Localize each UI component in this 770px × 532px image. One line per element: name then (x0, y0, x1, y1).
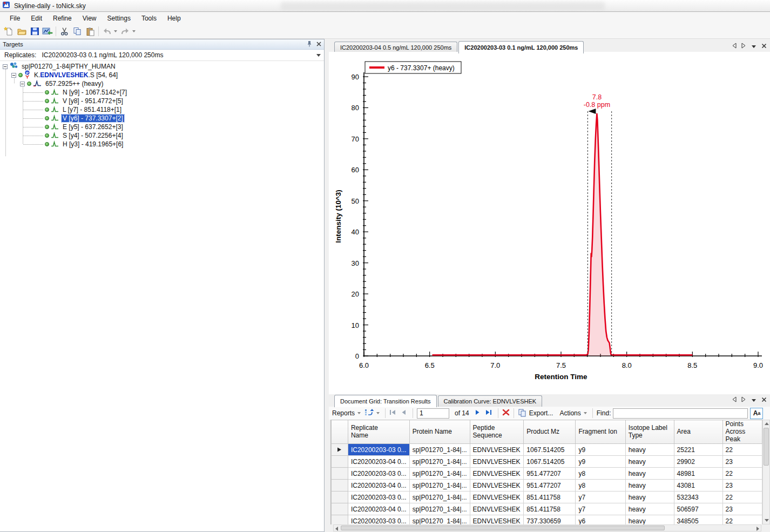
tab-list-dropdown-icon[interactable] (751, 43, 757, 50)
transition-label[interactable]: S [y4] - 507.2256+[4] (62, 132, 124, 139)
protein-label[interactable]: sp|P01270_1-84|PTHY_HUMAN (21, 63, 117, 70)
precursor-label[interactable]: 657.2925++ (heavy) (44, 80, 104, 87)
table-cell[interactable]: IC20200203-04 0... (348, 456, 409, 468)
replicates-combobox[interactable]: Replicates: IC20200203-03 0.1 ng/mL 120,… (0, 50, 324, 61)
tree-node-transition[interactable]: V [y6] - 737.3307+[2] (0, 114, 324, 123)
tree-node-transition[interactable]: L [y7] - 851.4118+[1] (0, 105, 324, 114)
table-cell[interactable]: sp|P01270_1-84|... (409, 515, 470, 524)
tree-node-transition[interactable]: S [y4] - 507.2256+[4] (0, 131, 324, 140)
next-page-button[interactable] (475, 409, 481, 417)
row-header-cell[interactable] (332, 468, 348, 480)
scroll-tabs-left-icon[interactable] (732, 396, 737, 404)
pivot-icon[interactable] (364, 408, 374, 418)
table-cell[interactable]: heavy (625, 480, 674, 491)
undo-icon[interactable] (100, 25, 113, 37)
table-cell[interactable]: IC20200203-03 0... (348, 444, 409, 456)
save-file-icon[interactable] (28, 25, 41, 37)
table-cell[interactable]: 348505 (674, 515, 722, 524)
table-cell[interactable]: 22 (722, 515, 762, 524)
import-results-icon[interactable] (41, 25, 54, 37)
collapse-icon[interactable] (11, 73, 16, 78)
table-cell[interactable]: 29902 (674, 456, 722, 468)
column-header[interactable]: Isotope Label Type (625, 420, 674, 444)
chevron-down-icon[interactable] (357, 412, 361, 414)
table-row[interactable]: IC20200203-04 0...sp|P01270_1-84|...EDNV… (332, 480, 762, 491)
table-cell[interactable]: 506597 (674, 503, 722, 515)
table-cell[interactable]: IC20200203-04 0... (348, 503, 409, 515)
table-cell[interactable]: heavy (625, 444, 674, 456)
table-cell[interactable]: heavy (625, 468, 674, 480)
tree-node-transition[interactable]: H [y3] - 419.1965+[6] (0, 140, 324, 149)
table-cell[interactable]: EDNVLVESHEK (470, 515, 524, 524)
scroll-up-icon[interactable] (765, 422, 769, 425)
table-cell[interactable]: y8 (576, 480, 625, 491)
table-cell[interactable]: EDNVLVESHEK (470, 456, 524, 468)
table-cell[interactable]: 22 (722, 491, 762, 503)
table-cell[interactable]: IC20200203-03 0... (348, 491, 409, 503)
transition-label[interactable]: H [y3] - 419.1965+[6] (62, 140, 124, 148)
page-number-input[interactable] (417, 408, 449, 419)
close-icon[interactable] (761, 43, 767, 50)
table-cell[interactable]: 25221 (674, 444, 722, 456)
column-header[interactable]: Protein Name (409, 420, 470, 444)
last-page-button[interactable] (485, 409, 492, 417)
table-row[interactable]: IC20200203-04 0...sp|P01270_1-84|...EDNV… (332, 503, 762, 515)
close-icon[interactable] (316, 41, 321, 48)
transition-label[interactable]: V [y8] - 951.4772+[5] (62, 97, 124, 105)
table-cell[interactable]: 22 (722, 444, 762, 456)
find-input[interactable] (613, 408, 748, 419)
copy-grid-icon[interactable] (518, 408, 527, 419)
actions-dropdown[interactable]: Actions (559, 409, 580, 417)
peptide-label[interactable]: K.EDNVLVESHEK.S [54, 64] (33, 71, 119, 79)
table-row[interactable]: IC20200203-03 0...sp|P01270_1-84|...EDNV… (332, 491, 762, 503)
table-cell[interactable]: 851.411758 (524, 491, 576, 503)
table-cell[interactable]: heavy (625, 503, 674, 515)
font-size-button[interactable]: Aa (750, 408, 763, 419)
column-header[interactable]: Fragment Ion (576, 420, 625, 444)
chromatogram-tab-1[interactable]: IC20200203-03 0.1 ng/mL 120,000 250ms (458, 41, 584, 53)
table-cell[interactable]: y9 (576, 456, 625, 468)
table-cell[interactable]: sp|P01270_1-84|... (409, 444, 470, 456)
table-cell[interactable]: IC20200203-03 0... (348, 515, 409, 524)
column-header[interactable]: Replicate Name (348, 420, 409, 444)
chevron-down-icon[interactable] (132, 30, 136, 32)
table-cell[interactable]: heavy (625, 515, 674, 524)
previous-page-button[interactable] (401, 409, 407, 417)
tab-list-dropdown-icon[interactable] (751, 396, 757, 404)
menu-item-settings[interactable]: Settings (102, 13, 136, 24)
row-header-cell[interactable] (332, 480, 348, 491)
menu-item-refine[interactable]: Refine (48, 13, 77, 24)
table-cell[interactable]: sp|P01270_1-84|... (409, 491, 470, 503)
reports-dropdown[interactable]: Reports (332, 409, 355, 417)
table-cell[interactable]: 532343 (674, 491, 722, 503)
table-cell[interactable]: y7 (576, 491, 625, 503)
scroll-right-icon[interactable] (757, 527, 759, 531)
table-cell[interactable]: 23 (722, 480, 762, 491)
row-header-cell[interactable] (332, 515, 348, 524)
table-cell[interactable]: 1067.514205 (524, 444, 576, 456)
column-header[interactable]: Product Mz (524, 420, 576, 444)
table-cell[interactable]: y8 (576, 468, 625, 480)
grid-tab-0[interactable]: Document Grid: Transition Results (334, 395, 437, 407)
menu-item-tools[interactable]: Tools (136, 13, 162, 24)
table-cell[interactable]: 737.330659 (524, 515, 576, 524)
collapse-icon[interactable] (20, 82, 25, 86)
cut-icon[interactable] (58, 25, 71, 37)
table-cell[interactable]: sp|P01270_1-84|... (409, 503, 470, 515)
table-cell[interactable]: heavy (625, 491, 674, 503)
menu-item-view[interactable]: View (77, 13, 102, 24)
table-cell[interactable]: EDNVLVESHEK (470, 503, 524, 515)
chromatogram-tab-0[interactable]: IC20200203-04 0.5 ng/mL 120,000 250ms (334, 42, 457, 53)
chevron-down-icon[interactable] (114, 30, 117, 32)
transition-label[interactable]: N [y9] - 1067.5142+[7] (62, 89, 128, 96)
menu-item-edit[interactable]: Edit (25, 13, 48, 24)
table-cell[interactable]: sp|P01270_1-84|... (409, 480, 470, 491)
table-cell[interactable]: 22 (722, 468, 762, 480)
tree-node-precursor[interactable]: 657.2925++ (heavy) (0, 79, 324, 88)
table-cell[interactable]: EDNVLVESHEK (470, 480, 524, 491)
table-cell[interactable]: sp|P01270_1-84|... (409, 456, 470, 468)
table-cell[interactable]: 951.477207 (524, 480, 576, 491)
table-cell[interactable]: EDNVLVESHEK (470, 491, 524, 503)
scroll-tabs-right-icon[interactable] (741, 396, 746, 404)
scroll-down-icon[interactable] (765, 519, 769, 522)
